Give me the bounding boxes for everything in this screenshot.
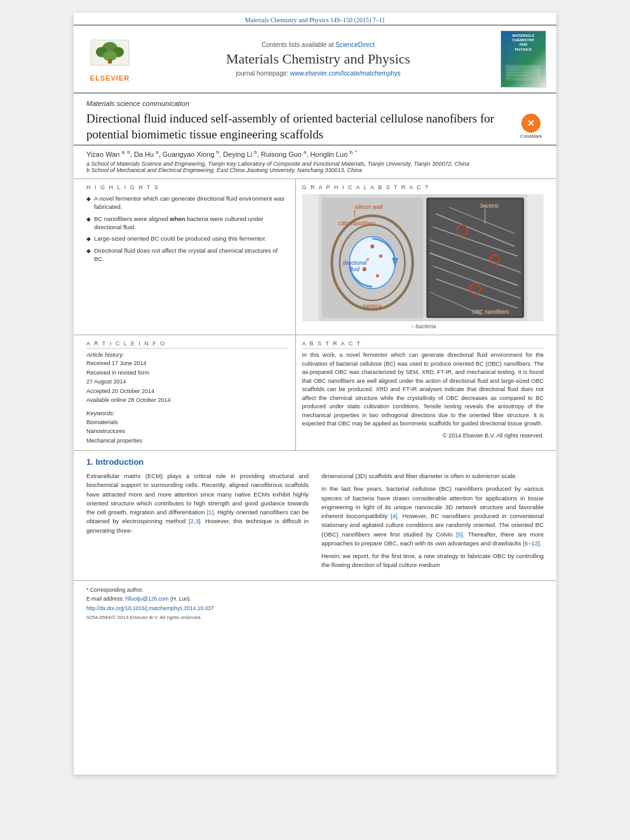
graphical-abstract-svg: silicon wall OBC nanofibers directional … [302, 194, 544, 321]
sciencedirect-link[interactable]: ScienceDirect [335, 41, 375, 48]
abstract-text: In this work, a novel fermentor which ca… [302, 351, 544, 429]
journal-center: Contents lists available at ScienceDirec… [145, 30, 492, 88]
ref-4[interactable]: [4] [391, 512, 398, 519]
intro-paragraph-4: Herein, we report, for the first time, a… [321, 552, 544, 570]
crossmark-label: CrossMark [520, 134, 542, 138]
article-page: Materials Chemistry and Physics 149–150 … [74, 13, 556, 775]
crossmark-badge: ✕ CrossMark [518, 114, 544, 138]
highlight-item-1: ◆ A novel fermentor which can generate d… [86, 194, 289, 211]
history-label: Article history: [86, 351, 289, 358]
cover-title: MATERIALS CHEMISTRY AND PHYSICS [512, 34, 534, 52]
highlights-graphical-section: H I G H L I G H T S ◆ A novel fermentor … [74, 179, 556, 335]
keyword-3: Mechanical properties [86, 436, 289, 445]
journal-cover-image: MATERIALS CHEMISTRY AND PHYSICS [500, 30, 546, 88]
ref-1[interactable]: [1] [207, 509, 214, 516]
contents-line: Contents lists available at ScienceDirec… [145, 41, 492, 48]
svg-rect-5 [108, 59, 112, 63]
introduction-section: 1. Introduction Extracellular matrix (EC… [74, 450, 556, 580]
corresponding-author-note: * Corresponding author. [86, 586, 544, 594]
introduction-col2: dimensional (3D) scaffolds and fiber dia… [321, 472, 544, 574]
svg-text:bacteris: bacteris [480, 203, 499, 209]
affiliation-a: a School of Materials Science and Engine… [86, 161, 544, 167]
journal-citation: Materials Chemistry and Physics 149–150 … [245, 17, 385, 23]
journal-homepage-link[interactable]: www.elsevier.com/locate/matchemphys [290, 70, 401, 77]
journal-cover-section: MATERIALS CHEMISTRY AND PHYSICS [498, 30, 549, 88]
doi-link[interactable]: http://dx.doi.org/10.1016/j.matchemphys.… [86, 605, 214, 611]
bullet-icon-4: ◆ [86, 247, 91, 255]
highlight-item-4: ◆ Directional fluid does not affect the … [86, 246, 289, 263]
svg-text:←bacteria: ←bacteria [358, 304, 382, 310]
svg-text:silicon wall: silicon wall [354, 204, 383, 210]
elsevier-logo-section: ELSEVIER [81, 30, 138, 88]
ref-2-3[interactable]: [2,3] [189, 517, 201, 524]
affiliations-section: a School of Materials Science and Engine… [74, 159, 556, 179]
intro-paragraph-3: In the last few years, bacterial cellulo… [321, 484, 544, 548]
email-note: E-mail address: hlluotju@126.com (H. Luo… [86, 595, 544, 603]
elsevier-wordmark: ELSEVIER [90, 74, 130, 82]
elsevier-tree-icon [88, 37, 132, 72]
doi-line: http://dx.doi.org/10.1016/j.matchemphys.… [86, 604, 544, 613]
graphical-abstract-label: G R A P H I C A L A B S T R A C T [302, 184, 544, 190]
introduction-text-columns: Extracellular matrix (ECM) plays a criti… [86, 472, 544, 574]
cover-decoration-icon [504, 52, 542, 84]
ref-5[interactable]: [5] [456, 531, 463, 538]
authors-list: Yizao Wan a, b, Da Hu a, Guangyao Xiong … [86, 150, 357, 158]
svg-point-25 [375, 274, 379, 277]
highlights-label: H I G H L I G H T S [86, 184, 289, 190]
received-date: Received 17 June 2014 [86, 359, 289, 368]
crossmark-icon: ✕ [521, 114, 540, 133]
article-info-label: A R T I C L E I N F O [86, 340, 289, 349]
keywords-label: Keywords: [86, 410, 289, 417]
svg-text:fluid: fluid [350, 267, 359, 272]
graphical-abstract-image: silicon wall OBC nanofibers directional … [302, 194, 544, 321]
keyword-1: Biomaterials [86, 418, 289, 427]
svg-text:OBC nanofibers: OBC nanofibers [472, 309, 509, 315]
article-title-section: Directional fluid induced self-assembly … [74, 109, 556, 145]
keyword-2: Nanostructures [86, 427, 289, 436]
journal-top-bar: Materials Chemistry and Physics 149–150 … [74, 13, 556, 25]
introduction-header: 1. Introduction [86, 457, 544, 467]
copyright-footer: 0254-0584/© 2014 Elsevier B.V. All right… [86, 615, 544, 620]
svg-text:OBC nanofibers: OBC nanofibers [338, 221, 375, 227]
author-email-link[interactable]: hlluotju@126.com [125, 596, 168, 602]
introduction-col1: Extracellular matrix (ECM) plays a criti… [86, 472, 309, 574]
svg-point-26 [366, 258, 369, 261]
ref-6-12[interactable]: [6–12] [523, 540, 539, 547]
article-title: Directional fluid induced self-assembly … [86, 111, 518, 142]
graphical-abstract-column: G R A P H I C A L A B S T R A C T silico… [296, 179, 556, 335]
affiliation-b: b School of Mechanical and Electrical En… [86, 167, 544, 173]
revised-date: 27 August 2014 [86, 378, 289, 386]
homepage-line: journal homepage: www.elsevier.com/locat… [145, 70, 492, 77]
section-number: 1. [86, 457, 93, 467]
svg-point-23 [379, 255, 382, 258]
accepted-date: Accepted 20 October 2014 [86, 387, 289, 396]
article-info-column: A R T I C L E I N F O Article history: R… [74, 335, 296, 450]
article-type: Materials science communication [74, 93, 556, 109]
highlights-column: H I G H L I G H T S ◆ A novel fermentor … [74, 179, 296, 335]
svg-text:directional: directional [342, 260, 366, 266]
abstract-copyright: © 2014 Elsevier B.V. All rights reserved… [302, 432, 544, 439]
svg-point-24 [362, 267, 366, 271]
intro-paragraph-2: dimensional (3D) scaffolds and fiber dia… [321, 472, 544, 481]
highlight-item-2: ◆ BC nanofibers were aligned when bacter… [86, 215, 289, 232]
page-footer: * Corresponding author. E-mail address: … [74, 580, 556, 625]
abstract-column: A B S T R A C T In this work, a novel fe… [296, 335, 556, 450]
bullet-icon-1: ◆ [86, 195, 91, 203]
abstract-label: A B S T R A C T [302, 340, 544, 349]
highlight-item-3: ◆ Large-sized oriented BC could be produ… [86, 234, 289, 243]
info-abstract-section: A R T I C L E I N F O Article history: R… [74, 335, 556, 450]
bacteria-label-bottom: ←bacteria [302, 323, 544, 330]
journal-title: Materials Chemistry and Physics [145, 51, 492, 67]
bullet-icon-2: ◆ [86, 215, 91, 223]
intro-paragraph-1: Extracellular matrix (ECM) plays a criti… [86, 472, 309, 535]
section-title: Introduction [95, 457, 144, 467]
svg-point-22 [370, 244, 374, 248]
revised-label: Received in revised form [86, 369, 289, 377]
available-date: Available online 28 October 2014 [86, 396, 289, 404]
authors-section: Yizao Wan a, b, Da Hu a, Guangyao Xiong … [74, 145, 556, 159]
bullet-icon-3: ◆ [86, 235, 91, 243]
journal-header: ELSEVIER Contents lists available at Sci… [74, 25, 556, 93]
